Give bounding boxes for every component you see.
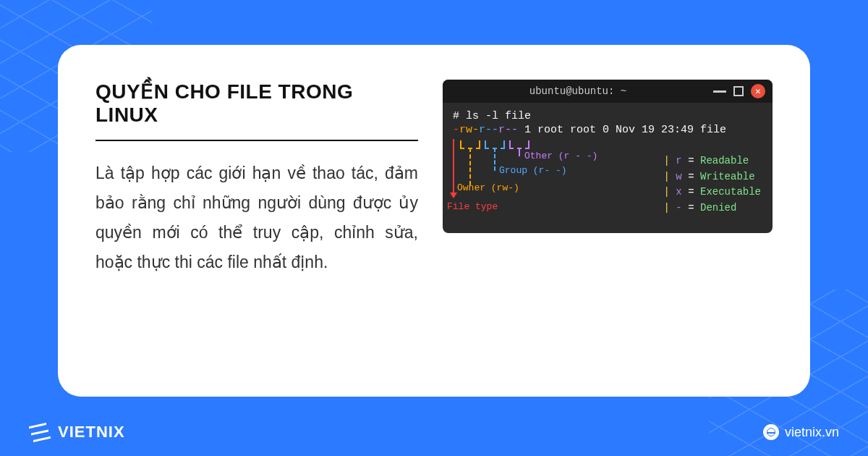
maximize-icon[interactable] [733,86,744,96]
site-url: vietnix.vn [785,425,839,440]
brand-name: VIETNIX [58,423,125,442]
terminal-output: -rw-r--r-- 1 root root 0 Nov 19 23:49 fi… [453,124,762,136]
filetype-label: File type [447,201,498,212]
brand-logo-icon [29,419,51,445]
legend-row: | - = Denied [664,200,761,216]
legend-row: | r = Readable [664,153,761,169]
site-link[interactable]: vietnix.vn [763,424,839,440]
card-description: Là tập hợp các giới hạn về thao tác, đảm… [95,159,418,277]
legend-row: | x = Executable [664,185,761,200]
globe-icon [763,424,779,440]
owner-label: Owner (rw-) [457,182,519,193]
group-stem-icon [494,148,495,171]
terminal-body: # ls -l file -rw-r--r-- 1 root root 0 No… [443,103,773,233]
text-column: QUYỀN CHO FILE TRONG LINUX Là tập hợp cá… [95,80,418,362]
legend-row: | w = Writeable [664,169,761,185]
minimize-icon[interactable] [713,90,726,93]
permission-legend: | r = Readable | w = Writeable | x = Exe… [664,153,761,216]
other-stem-icon [519,148,520,156]
terminal-title-bar: ubuntu@ubuntu: ~ ✕ [443,80,773,103]
close-icon[interactable]: ✕ [751,84,765,98]
title-divider [95,140,418,141]
terminal-window: ubuntu@ubuntu: ~ ✕ # ls -l file -rw-r--r… [443,80,773,233]
owner-stem-icon [469,148,471,185]
card-title: QUYỀN CHO FILE TRONG LINUX [95,80,418,127]
terminal-title: ubuntu@ubuntu: ~ [450,85,706,97]
other-label: Other (r - -) [524,151,597,161]
terminal-column: ubuntu@ubuntu: ~ ✕ # ls -l file -rw-r--r… [443,80,773,362]
content-card: QUYỀN CHO FILE TRONG LINUX Là tập hợp cá… [58,45,810,397]
filetype-arrow-icon [453,139,454,197]
terminal-command: # ls -l file [453,110,762,122]
brand: VIETNIX [29,421,125,443]
footer: VIETNIX vietnix.vn [29,421,839,443]
group-label: Group (r- -) [499,165,567,176]
